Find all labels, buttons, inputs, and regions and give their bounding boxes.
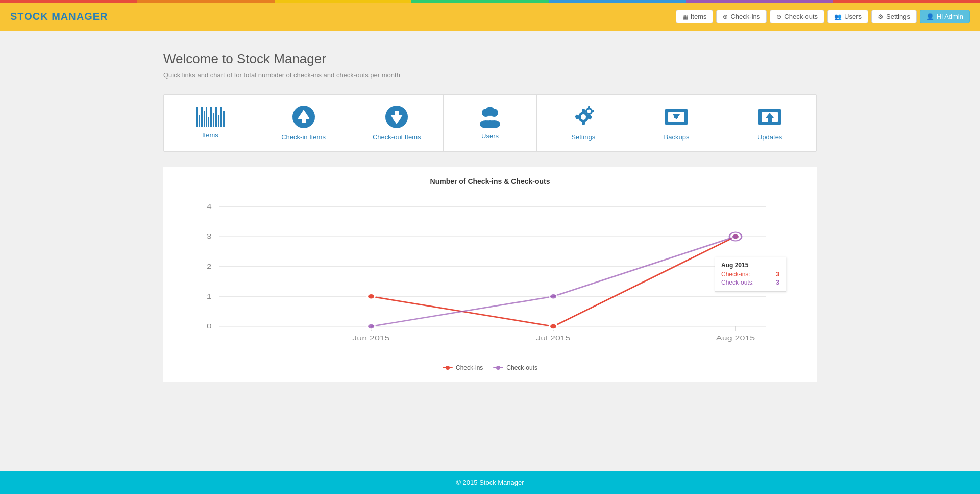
updates-quicklink-label: Updates bbox=[757, 133, 782, 141]
tooltip-checkins-value: 3 bbox=[776, 271, 779, 278]
chart-area: 4 3 2 1 0 Jun 2015 Jul 2015 Aug 2015 bbox=[189, 196, 796, 359]
quicklink-settings[interactable]: Settings bbox=[537, 95, 630, 151]
svg-text:Jul 2015: Jul 2015 bbox=[536, 334, 570, 341]
items-nav-icon: ▦ bbox=[682, 13, 688, 20]
settings-nav-icon: ⚙ bbox=[878, 13, 884, 20]
svg-point-58 bbox=[732, 234, 740, 240]
backups-quicklink-label: Backups bbox=[664, 133, 690, 141]
chart-svg: 4 3 2 1 0 Jun 2015 Jul 2015 Aug 2015 bbox=[189, 196, 796, 359]
svg-rect-22 bbox=[588, 106, 590, 108]
settings-quicklink-icon bbox=[571, 105, 596, 129]
backups-quicklink-icon bbox=[664, 105, 689, 129]
legend-checkins-label: Check-ins bbox=[456, 364, 483, 371]
tooltip-checkins-label: Check-ins: bbox=[721, 271, 750, 278]
quicklink-checkin[interactable]: Check-in Items bbox=[257, 95, 351, 151]
chart-tooltip: Aug 2015 Check-ins: 3 Check-outs: 3 bbox=[715, 257, 786, 292]
tooltip-checkouts-value: 3 bbox=[776, 279, 779, 286]
settings-quicklink-label: Settings bbox=[571, 133, 595, 141]
header: STOCK MANAGER ▦ Items ⊕ Check-ins ⊖ Chec… bbox=[0, 3, 980, 31]
tooltip-date: Aug 2015 bbox=[721, 262, 779, 269]
svg-text:3: 3 bbox=[207, 233, 212, 240]
svg-point-10 bbox=[485, 107, 495, 116]
checkouts-nav-icon: ⊖ bbox=[776, 13, 781, 20]
quicklink-items[interactable]: Items bbox=[164, 95, 257, 151]
legend-checkouts: Check-outs bbox=[493, 364, 537, 371]
svg-rect-30 bbox=[668, 123, 684, 125]
users-quicklink-icon bbox=[477, 106, 503, 128]
svg-rect-29 bbox=[674, 114, 678, 118]
updates-quicklink-icon bbox=[757, 105, 782, 129]
quicklink-checkout[interactable]: Check-out Items bbox=[350, 95, 444, 151]
svg-text:0: 0 bbox=[207, 323, 212, 330]
svg-rect-2 bbox=[302, 119, 306, 123]
app-title: STOCK MANAGER bbox=[10, 11, 108, 22]
items-quicklink-icon bbox=[196, 107, 225, 127]
svg-rect-23 bbox=[588, 114, 590, 116]
chart-legend: Check-ins Check-outs bbox=[174, 364, 806, 371]
svg-rect-25 bbox=[584, 110, 586, 112]
svg-text:2: 2 bbox=[207, 263, 212, 270]
svg-rect-15 bbox=[582, 122, 585, 125]
checkins-nav-icon: ⊕ bbox=[723, 13, 728, 20]
quick-links-grid: Items Check-in Items Check bbox=[163, 94, 817, 152]
tooltip-checkouts-row: Check-outs: 3 bbox=[721, 279, 779, 286]
svg-point-13 bbox=[581, 114, 586, 120]
legend-checkouts-label: Check-outs bbox=[506, 364, 537, 371]
svg-point-55 bbox=[368, 324, 375, 330]
main-content: Welcome to Stock Manager Quick links and… bbox=[0, 31, 980, 471]
items-quicklink-label: Items bbox=[202, 131, 218, 139]
chart-title: Number of Check-ins & Check-outs bbox=[174, 177, 806, 185]
quicklink-users[interactable]: Users bbox=[444, 95, 537, 151]
nav-checkouts-button[interactable]: ⊖ Check-outs bbox=[770, 10, 824, 23]
chart-container: Number of Check-ins & Check-outs 4 3 2 1… bbox=[163, 167, 817, 382]
svg-text:4: 4 bbox=[207, 203, 212, 210]
legend-checkins: Check-ins bbox=[443, 364, 483, 371]
footer: © 2015 Stock Manager bbox=[0, 471, 980, 494]
footer-text: © 2015 Stock Manager bbox=[456, 479, 524, 486]
nav-admin-button[interactable]: 👤 Hi Admin bbox=[920, 10, 970, 23]
checkin-quicklink-icon bbox=[291, 105, 316, 129]
nav-settings-button[interactable]: ⚙ Settings bbox=[871, 10, 917, 23]
svg-point-52 bbox=[368, 294, 375, 299]
svg-rect-34 bbox=[768, 118, 772, 122]
checkin-quicklink-label: Check-in Items bbox=[281, 133, 326, 141]
nav-buttons: ▦ Items ⊕ Check-ins ⊖ Check-outs 👥 Users… bbox=[676, 10, 970, 23]
admin-icon: 👤 bbox=[926, 13, 934, 20]
svg-point-56 bbox=[550, 294, 557, 299]
svg-rect-35 bbox=[762, 123, 778, 125]
svg-rect-5 bbox=[395, 111, 399, 115]
checkout-quicklink-label: Check-out Items bbox=[373, 133, 421, 141]
tooltip-checkouts-label: Check-outs: bbox=[721, 279, 754, 286]
svg-point-53 bbox=[550, 324, 557, 330]
users-quicklink-label: Users bbox=[481, 132, 499, 140]
quicklink-updates[interactable]: Updates bbox=[723, 95, 816, 151]
svg-rect-24 bbox=[592, 110, 594, 112]
welcome-subtitle: Quick links and chart of for total numbd… bbox=[163, 71, 817, 79]
tooltip-checkins-row: Check-ins: 3 bbox=[721, 271, 779, 278]
nav-checkins-button[interactable]: ⊕ Check-ins bbox=[716, 10, 767, 23]
svg-text:Aug 2015: Aug 2015 bbox=[716, 334, 755, 341]
nav-items-button[interactable]: ▦ Items bbox=[676, 10, 714, 23]
users-nav-icon: 👥 bbox=[834, 13, 842, 20]
svg-point-21 bbox=[587, 110, 591, 113]
quicklink-backups[interactable]: Backups bbox=[630, 95, 724, 151]
welcome-title: Welcome to Stock Manager bbox=[163, 51, 817, 67]
svg-point-11 bbox=[483, 120, 497, 128]
nav-users-button[interactable]: 👥 Users bbox=[827, 10, 868, 23]
checkout-quicklink-icon bbox=[384, 105, 409, 129]
svg-text:1: 1 bbox=[207, 293, 212, 300]
svg-text:Jun 2015: Jun 2015 bbox=[352, 334, 389, 341]
